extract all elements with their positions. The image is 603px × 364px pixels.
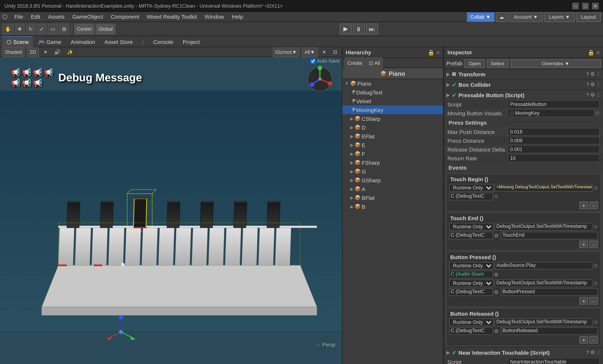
button-pressed-runtime-dropdown1[interactable]: Runtime Only (449, 262, 494, 270)
pressable-btn-settings[interactable]: ⚙ (590, 92, 595, 98)
near-script-value[interactable]: NearInteractionTouchable (508, 358, 600, 364)
touch-begin-target[interactable]: <Missing DebugTextOutput.SetTextWithTime… (495, 184, 592, 192)
box-collider-enabled[interactable]: ✓ (452, 82, 456, 88)
button-pressed-obj1[interactable]: C (Audio Sourc (449, 271, 493, 278)
button-released-obj-icon[interactable]: ⊙ (494, 328, 499, 334)
transform-help[interactable]: ? (586, 71, 590, 77)
all-layers-dropdown[interactable]: All ▼ (302, 47, 318, 57)
cloud-button[interactable]: ☁ (496, 12, 508, 22)
box-collider-overflow[interactable]: ⋮ (596, 82, 601, 87)
hier-item-debugtext[interactable]: Ᵽ DebugText (342, 88, 443, 97)
button-pressed-obj2-icon[interactable]: ⊙ (494, 289, 499, 295)
pressable-btn-enabled[interactable]: ✓ (452, 92, 456, 98)
menu-gameobject[interactable]: GameObject (69, 12, 106, 22)
button-pressed-target1[interactable]: AudioSource.Play (495, 262, 592, 270)
button-pressed-remove-btn[interactable]: - (589, 297, 598, 305)
touch-end-remove-btn[interactable]: - (589, 241, 598, 248)
layout-button[interactable]: Layout (576, 12, 601, 22)
button-released-remove-btn[interactable]: - (589, 336, 598, 344)
moving-visuals-value[interactable]: ⬡ MovingKey (508, 109, 594, 117)
box-collider-settings[interactable]: ⚙ (590, 82, 595, 87)
near-interaction-settings[interactable]: ⚙ (590, 350, 595, 355)
touch-begin-remove-btn[interactable]: - (589, 201, 598, 209)
rect-tool[interactable]: ▭ (48, 23, 58, 34)
menu-mrtk[interactable]: Mixed Reality Toolkit (144, 12, 200, 22)
shading-mode-dropdown[interactable]: Shaded (2, 47, 25, 57)
scale-tool[interactable]: ⤢ (37, 23, 47, 34)
pressable-btn-overflow[interactable]: ⋮ (596, 92, 601, 98)
hier-item-csharp[interactable]: ▶ 📦 CSharp (342, 114, 443, 123)
audio-toggle[interactable]: 🔊 (52, 47, 62, 57)
button-pressed-add-btn[interactable]: + (579, 297, 588, 305)
prefab-overrides-btn[interactable]: Overrides ▼ (510, 59, 601, 68)
menu-window[interactable]: Window (201, 12, 228, 22)
button-pressed-runtime-dropdown2[interactable]: Runtime Only (449, 279, 494, 287)
hierarchy-create-btn[interactable]: Create (345, 57, 365, 68)
button-released-method[interactable]: ButtonReleased (501, 327, 598, 335)
tab-console[interactable]: Console (149, 36, 178, 47)
hierarchy-lock[interactable]: 🔒 (428, 49, 434, 55)
layers-button[interactable]: Layers ▼ (544, 12, 575, 22)
pressable-button-header[interactable]: ▶ ✓ Pressable Button (Script) ? ⚙ ⋮ (444, 90, 603, 100)
menu-assets[interactable]: Assets (45, 12, 68, 22)
tab-asset-store[interactable]: Asset Store (100, 36, 137, 47)
button-pressed-target1-icon[interactable]: ⊙ (594, 263, 598, 268)
touch-end-method[interactable]: TouchEnd (501, 232, 598, 239)
box-collider-help[interactable]: ? (586, 82, 590, 87)
button-released-runtime-dropdown[interactable]: Runtime Only (449, 319, 494, 326)
autosave-area[interactable]: Auto Save (311, 58, 340, 64)
maximize-button[interactable]: □ (582, 3, 589, 9)
return-rate-value[interactable]: 10 (508, 154, 600, 162)
button-pressed-target2-icon[interactable]: ⊙ (594, 281, 598, 286)
hier-item-f[interactable]: ▶ 📦 F (342, 149, 443, 158)
button-pressed-target2[interactable]: DebugTextOutput.SetTextWithTimestamp (495, 279, 592, 287)
button-pressed-obj1-icon[interactable]: ⊙ (494, 272, 499, 277)
hand-tool[interactable]: ✋ (2, 23, 14, 34)
script-value[interactable]: PressableButton (508, 100, 600, 108)
move-tool[interactable]: ✥ (15, 23, 25, 34)
hier-item-eflat[interactable]: ▶ 📦 EFlat (342, 132, 443, 141)
multi-tool[interactable]: ⊞ (59, 23, 69, 34)
box-collider-header[interactable]: ▶ ✓ Box Collider ? ⚙ ⋮ (444, 80, 603, 89)
persp-label[interactable]: ← Persp (316, 342, 335, 348)
hier-item-piano[interactable]: ▼ 📦 Piano (342, 79, 443, 88)
hier-item-gsharp[interactable]: ▶ 📦 GSharp (342, 176, 443, 185)
hier-item-bflat[interactable]: ▶ 📦 BFlat (342, 193, 443, 202)
play-button[interactable]: ▶ (339, 23, 352, 34)
button-released-target-icon[interactable]: ⊙ (594, 320, 598, 325)
transform-settings[interactable]: ⚙ (590, 71, 595, 77)
near-interaction-header[interactable]: ▶ ✓ Near Interaction Touchable (Script) … (444, 348, 603, 357)
hier-item-movingkey[interactable]: Ᵽ MovingKey (342, 105, 443, 114)
transform-overflow[interactable]: ⋮ (596, 71, 601, 77)
touch-begin-obj[interactable]: C (DebugTextC (449, 193, 493, 200)
menu-edit[interactable]: Edit (27, 12, 44, 22)
scene-view[interactable]: Shaded 2D ☀ 🔊 ✨ Gizmos ▼ All ▼ ✕ ⊡ (0, 47, 342, 364)
hierarchy-menu[interactable]: ≡ (436, 49, 440, 55)
release-delta-value[interactable]: 0.001 (508, 145, 600, 153)
touch-end-target-icon[interactable]: ⊙ (594, 224, 598, 230)
button-released-add-btn[interactable]: + (579, 336, 588, 344)
prefab-open-btn[interactable]: Open (465, 59, 485, 68)
tab-scene[interactable]: ⬡ Scene (2, 36, 33, 47)
near-interaction-enabled[interactable]: ✓ (452, 350, 456, 356)
close-button[interactable]: ✕ (592, 3, 599, 9)
rotate-tool[interactable]: ↻ (26, 23, 36, 34)
menu-component[interactable]: Component (107, 12, 142, 22)
hierarchy-all-btn[interactable]: ⊡ All (366, 57, 383, 68)
hier-item-velvet[interactable]: Ᵽ Velvet (342, 97, 443, 105)
menu-help[interactable]: Help (229, 12, 246, 22)
global-toggle[interactable]: Global (96, 23, 116, 34)
tab-project[interactable]: Project (178, 36, 204, 47)
touch-begin-obj-icon[interactable]: ⊙ (494, 194, 499, 199)
button-released-obj[interactable]: C (DebugTextC (449, 327, 493, 335)
maximize-scene-view[interactable]: ⊡ (331, 47, 340, 57)
center-toggle[interactable]: Center (74, 23, 94, 34)
pressable-btn-help[interactable]: ? (586, 92, 590, 98)
collab-button[interactable]: Collab ▼ (466, 12, 495, 22)
touch-end-obj-icon[interactable]: ⊙ (494, 233, 499, 238)
button-pressed-method2[interactable]: ButtonPressed (501, 288, 598, 296)
touch-end-runtime-dropdown[interactable]: Runtime Only (449, 223, 494, 231)
hier-item-a[interactable]: ▶ 📦 A (342, 185, 443, 193)
step-button[interactable]: ⏭ (366, 23, 378, 34)
moving-visuals-target[interactable]: ⊙ (595, 110, 600, 116)
